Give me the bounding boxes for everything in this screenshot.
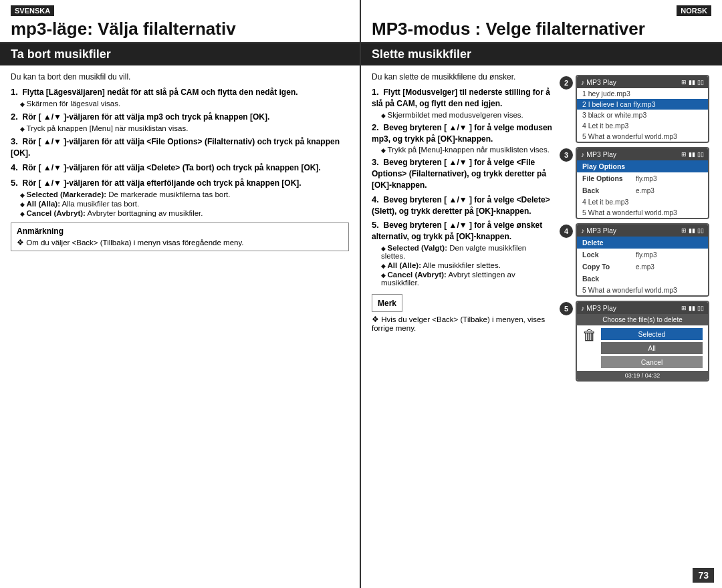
device-header-icons-5: ⊞ ▮▮ ▯▯ — [681, 305, 704, 311]
screen-step-4: 4 — [560, 225, 573, 238]
device-screen-5: ♪ MP3 Play ⊞ ▮▮ ▯▯ Choose the file(s) to… — [576, 301, 709, 382]
icon-sig: ▯▯ — [697, 79, 704, 86]
track-wonderful-4: 5 What a wonderful world.mp3 — [577, 285, 708, 295]
note-box: Anmärkning Om du väljer <Back> (Tillbaka… — [11, 223, 349, 251]
step-5-sub-3: Cancel (Avbryt): Avbryter borttagning av… — [20, 209, 349, 217]
step-5-num: 5. — [11, 178, 18, 188]
device-header-icons-3: ⊞ ▮▮ ▯▯ — [681, 151, 704, 158]
playback-time: 03:19 / 04:32 — [577, 371, 708, 380]
header-left: SVENSKA mp3-läge: Välja filalternativ — [0, 0, 361, 42]
content-right: Du kan slette de musikkfilene du ønsker.… — [361, 65, 722, 588]
r-step-2-num: 2. — [372, 122, 379, 132]
step-1-text: Flytta [Lägesväljaren] nedåt för att slå… — [22, 88, 297, 97]
r-step-4-num: 4. — [372, 194, 379, 204]
delete-options: Selected All Cancel — [601, 328, 703, 368]
lang-badge-svenska: SVENSKA — [11, 5, 54, 16]
r-step-2-sub-1: Trykk på [Menu]-knappen når musiklisten … — [381, 146, 552, 154]
track-e-4: e.mp3 — [630, 262, 708, 272]
step-3-num: 3. — [11, 136, 18, 146]
track-let-it-be-3: 4 Let it be.mp3 — [577, 196, 708, 207]
track-e: e.mp3 — [630, 186, 708, 196]
left-page-title: mp3-läge: Välja filalternativ — [11, 19, 349, 39]
right-step-3: 3. Beveg bryteren [ ▲/▼ ] for å velge <F… — [372, 157, 552, 190]
screen-step-5: 5 — [560, 302, 573, 315]
step-3-text: Rör [ ▲/▼ ]-väljaren för att välja <File… — [11, 137, 340, 158]
screen-wrapper-5: 5 ♪ MP3 Play ⊞ ▮▮ ▯▯ — [558, 301, 711, 382]
device-screen-4: ♪ MP3 Play ⊞ ▮▮ ▯▯ Delete — [576, 223, 709, 297]
menu-back-3[interactable]: Back — [577, 184, 630, 196]
step-4-num: 4. — [11, 162, 18, 172]
r-step-1-num: 1. — [372, 87, 379, 97]
icon-all: ⊞ — [681, 79, 687, 86]
track-fly: fly.mp3 — [630, 174, 708, 184]
merk-title: Merk — [378, 299, 396, 308]
left-steps: 1. Flytta [Lägesväljaren] nedåt för att … — [11, 87, 349, 217]
icon-all-3: ⊞ — [681, 151, 687, 158]
section-header: Ta bort musikfiler Slette musikkfiler — [0, 43, 722, 65]
page: SVENSKA mp3-läge: Välja filalternativ NO… — [0, 0, 722, 588]
track-5: 5 What a wonderful world.mp3 — [577, 131, 708, 142]
device-header-5: ♪ MP3 Play ⊞ ▮▮ ▯▯ — [577, 302, 708, 314]
device-screen-3: ♪ MP3 Play ⊞ ▮▮ ▯▯ Play Options — [576, 147, 709, 219]
header: SVENSKA mp3-läge: Välja filalternativ NO… — [0, 0, 722, 43]
screens-col: 2 ♪ MP3 Play ⊞ ▮▮ ▯▯ — [558, 72, 711, 384]
device-header-title-4: ♪ MP3 Play — [581, 227, 616, 235]
right-steps: 1. Flytt [Modusvelger] til nederste stil… — [372, 87, 552, 287]
r-step-4-text: Beveg bryteren [ ▲/▼ ] for å velge <Dele… — [372, 195, 550, 216]
device-header-title-2: ♪ MP3 Play — [581, 78, 616, 86]
step-2-num: 2. — [11, 112, 18, 122]
icon-bat-4: ▮▮ — [689, 227, 695, 234]
left-step-4: 4. Rör [ ▲/▼ ]-väljaren för att välja <D… — [11, 162, 349, 174]
menu-file-options[interactable]: File Options — [577, 172, 630, 184]
note-title: Anmärkning — [17, 227, 343, 236]
r-step-3-num: 3. — [372, 157, 379, 167]
menu-back-4[interactable]: Back — [577, 273, 708, 285]
device-header-title-5: ♪ MP3 Play — [581, 304, 616, 312]
track-wonderful-3: 5 What a wonderful world.mp3 — [577, 207, 708, 218]
right-step-1: 1. Flytt [Modusvelger] til nederste stil… — [372, 87, 552, 119]
menu-lock[interactable]: Lock — [577, 249, 630, 261]
note-item-1: Om du väljer <Back> (Tillbaka) i menyn v… — [17, 238, 343, 247]
screen-step-3: 3 — [560, 148, 573, 162]
section-heading-right: Slette musikkfiler — [361, 43, 722, 65]
track-2-selected: 2 I believe I can fly.mp3 — [577, 99, 708, 110]
device-body-2: 1 hey jude.mp3 2 I believe I can fly.mp3… — [577, 88, 708, 142]
track-1: 1 hey jude.mp3 — [577, 88, 708, 99]
content-left: Du kan ta bort den musikfil du vill. 1. … — [0, 65, 361, 588]
device-header-title-3: ♪ MP3 Play — [581, 150, 616, 158]
section-heading-left: Ta bort musikfiler — [0, 43, 361, 65]
device-header-4: ♪ MP3 Play ⊞ ▮▮ ▯▯ — [577, 225, 708, 237]
delete-body: 🗑 Selected All Cancel — [577, 325, 708, 371]
icon-all-5: ⊞ — [681, 305, 687, 311]
menu-play-options[interactable]: Play Options — [577, 160, 708, 172]
option-all[interactable]: All — [601, 342, 703, 354]
step-5-sub-1: Selected (Markerade): De markerade musik… — [20, 190, 349, 198]
device-screen-2: ♪ MP3 Play ⊞ ▮▮ ▯▯ 1 hey jude.mp3 — [576, 75, 709, 143]
icon-sig-5: ▯▯ — [697, 305, 704, 311]
track-3: 3 black or white.mp3 — [577, 110, 708, 120]
r-step-5-sub-2: All (Alle): Alle musikkfiler slettes. — [381, 261, 552, 269]
icon-sig-4: ▯▯ — [697, 227, 704, 234]
r-step-1-sub-1: Skjermbildet med modusvelgeren vises. — [381, 111, 552, 119]
icon-bat-5: ▮▮ — [689, 305, 695, 311]
step-2-sub-1: Tryck på knappen [Menu] när musiklistan … — [20, 124, 349, 132]
right-page-title: MP3-modus : Velge filalternativer — [372, 19, 711, 39]
option-selected[interactable]: Selected — [601, 328, 703, 340]
menu-delete[interactable]: Delete — [577, 237, 708, 249]
r-step-5-sub-3: Cancel (Avbryt): Avbryt slettingen av mu… — [381, 271, 552, 287]
r-step-5-text: Beveg bryteren [ ▲/▼ ] for å velge ønske… — [372, 220, 542, 241]
screen-step-2: 2 — [560, 76, 573, 90]
r-step-1-text: Flytt [Modusvelger] til nederste stillin… — [372, 88, 550, 108]
icon-sig-3: ▯▯ — [697, 151, 704, 158]
content: Du kan ta bort den musikfil du vill. 1. … — [0, 65, 722, 588]
r-step-2-text: Beveg bryteren [ ▲/▼ ] for å velge modus… — [372, 123, 552, 144]
r-step-5-sub-1: Selected (Valgt): Den valgte musikkfilen… — [381, 244, 552, 260]
page-number: 73 — [693, 568, 714, 583]
menu-copy-to[interactable]: Copy To — [577, 261, 630, 273]
step-5-sub-2: All (Alla): Alla musikfiler tas bort. — [20, 200, 349, 208]
trash-icon: 🗑 — [582, 328, 597, 343]
screen-wrapper-2: 2 ♪ MP3 Play ⊞ ▮▮ ▯▯ — [558, 75, 711, 143]
r-step-5-num: 5. — [372, 220, 379, 230]
option-cancel[interactable]: Cancel — [601, 356, 703, 368]
step-1-sub-1: Skärmen för lägesval visas. — [20, 100, 349, 108]
